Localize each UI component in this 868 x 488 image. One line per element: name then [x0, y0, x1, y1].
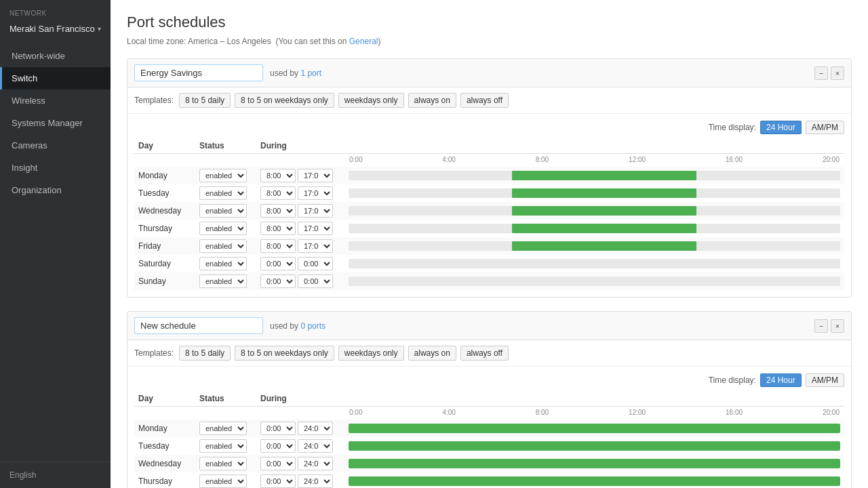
chart-cell — [344, 420, 844, 437]
time-display-row-new-schedule: Time display:24 HourAM/PM — [134, 373, 844, 387]
schedules-container: used by 1 port−×Templates:8 to 5 daily8 … — [127, 58, 852, 488]
sidebar-item-insight[interactable]: Insight — [0, 157, 111, 179]
status-cell: enabled — [195, 184, 256, 202]
from-select[interactable]: 0:00 — [260, 274, 296, 288]
tick-label: 12:00 — [629, 409, 646, 416]
status-select[interactable]: enabled — [199, 274, 247, 288]
template-btn-2[interactable]: weekdays only — [338, 346, 404, 361]
schedule-table-energy-savings: DayStatusDuring0:004:008:0012:0016:0020:… — [134, 138, 844, 290]
to-select[interactable]: 24:00 — [298, 474, 333, 488]
template-btn-1[interactable]: 8 to 5 on weekdays only — [235, 346, 334, 361]
page-title: Port schedules — [127, 14, 852, 31]
template-btn-0[interactable]: 8 to 5 daily — [179, 93, 231, 108]
timeline-bar — [349, 476, 840, 486]
timeline-bar — [512, 224, 696, 233]
status-select[interactable]: enabled — [199, 257, 247, 270]
sidebar-item-systems-manager[interactable]: Systems Manager — [0, 112, 111, 134]
to-select[interactable]: 24:00 — [298, 457, 333, 470]
during-cell: 0:000:00 — [256, 255, 344, 272]
status-select[interactable]: enabled — [199, 439, 247, 453]
day-cell: Monday — [134, 420, 195, 437]
status-select[interactable]: enabled — [199, 222, 247, 235]
schedule-name-input-new-schedule[interactable] — [134, 317, 263, 334]
org-selector[interactable]: Meraki San Francisco ▾ — [0, 20, 111, 42]
time-display-btn-am/pm[interactable]: AM/PM — [806, 373, 844, 387]
from-select[interactable]: 0:00 — [260, 257, 296, 270]
used-by-link-new-schedule[interactable]: 0 ports — [300, 321, 326, 331]
col-header-2: During — [256, 138, 344, 154]
chart-cell — [344, 455, 844, 472]
time-display-btn-24-hour[interactable]: 24 Hour — [760, 373, 802, 387]
sidebar-item-cameras[interactable]: Cameras — [0, 134, 111, 157]
status-select[interactable]: enabled — [199, 186, 247, 200]
timeline-bar-wrapper — [349, 206, 840, 216]
col-header-0: Day — [134, 391, 195, 407]
to-select[interactable]: 17:00 — [298, 186, 333, 200]
language-selector[interactable]: English — [0, 462, 111, 488]
template-btn-1[interactable]: 8 to 5 on weekdays only — [235, 93, 334, 108]
template-btn-3[interactable]: always on — [408, 346, 456, 361]
sidebar-item-organization[interactable]: Organization — [0, 179, 111, 201]
schedule-body-energy-savings: Time display:24 HourAM/PMDayStatusDuring… — [127, 114, 851, 297]
from-select[interactable]: 0:00 — [260, 439, 296, 453]
status-select[interactable]: enabled — [199, 457, 247, 470]
from-select[interactable]: 0:00 — [260, 474, 296, 488]
status-select[interactable]: enabled — [199, 239, 247, 253]
used-by-link-energy-savings[interactable]: 1 port — [300, 68, 321, 78]
time-display-btn-24-hour[interactable]: 24 Hour — [760, 121, 802, 134]
timezone-info: Local time zone: America – Los Angeles (… — [127, 37, 852, 46]
template-btn-0[interactable]: 8 to 5 daily — [179, 346, 231, 361]
during-cell: 8:0017:00 — [256, 237, 344, 255]
to-select[interactable]: 17:00 — [298, 222, 333, 235]
from-select[interactable]: 8:00 — [260, 239, 296, 253]
to-select[interactable]: 0:00 — [298, 274, 333, 288]
timeline-bar-wrapper — [349, 476, 840, 486]
sidebar-item-wireless[interactable]: Wireless — [0, 89, 111, 112]
status-select[interactable]: enabled — [199, 422, 247, 435]
status-select[interactable]: enabled — [199, 204, 247, 218]
to-select[interactable]: 17:00 — [298, 239, 333, 253]
to-select[interactable]: 17:00 — [298, 204, 333, 218]
status-select[interactable]: enabled — [199, 169, 247, 182]
template-btn-4[interactable]: always off — [460, 346, 509, 361]
from-select[interactable]: 8:00 — [260, 204, 296, 218]
sidebar-item-switch[interactable]: Switch — [0, 67, 111, 89]
status-select[interactable]: enabled — [199, 474, 247, 488]
chart-cell — [344, 472, 844, 488]
from-select[interactable]: 8:00 — [260, 186, 296, 200]
day-cell: Wednesday — [134, 202, 195, 220]
from-select[interactable]: 0:00 — [260, 457, 296, 470]
col-header-1: Status — [195, 391, 256, 407]
to-select[interactable]: 17:00 — [298, 169, 333, 182]
general-link[interactable]: General — [349, 37, 378, 46]
status-cell: enabled — [195, 167, 256, 184]
collapse-button-new-schedule[interactable]: − — [814, 319, 828, 333]
during-cell: 8:0017:00 — [256, 167, 344, 184]
tick-label: 16:00 — [726, 156, 743, 163]
collapse-button-energy-savings[interactable]: − — [814, 66, 828, 80]
template-btn-3[interactable]: always on — [408, 93, 456, 108]
day-cell: Saturday — [134, 255, 195, 272]
template-btn-2[interactable]: weekdays only — [338, 93, 404, 108]
sidebar-item-network-wide[interactable]: Network-wide — [0, 45, 111, 67]
to-select[interactable]: 24:00 — [298, 422, 333, 435]
schedule-name-input-energy-savings[interactable] — [134, 64, 263, 81]
tick-label: 0:00 — [349, 409, 362, 416]
from-select[interactable]: 8:00 — [260, 222, 296, 235]
chart-cell — [344, 272, 844, 290]
from-select[interactable]: 8:00 — [260, 169, 296, 182]
template-btn-4[interactable]: always off — [460, 93, 509, 108]
day-cell: Thursday — [134, 472, 195, 488]
close-button-new-schedule[interactable]: × — [831, 319, 844, 333]
from-select[interactable]: 0:00 — [260, 422, 296, 435]
timeline-bar-wrapper — [349, 171, 840, 180]
col-header-3 — [344, 138, 844, 154]
tick-row: 0:004:008:0012:0016:0020:00 — [344, 154, 844, 167]
time-display-btn-am/pm[interactable]: AM/PM — [806, 121, 844, 134]
to-select[interactable]: 24:00 — [298, 439, 333, 453]
table-row: Thursdayenabled0:0024:00 — [134, 472, 844, 488]
timeline-bar-wrapper — [349, 441, 840, 451]
to-select[interactable]: 0:00 — [298, 257, 333, 270]
timeline-bar — [512, 206, 696, 216]
close-button-energy-savings[interactable]: × — [831, 66, 844, 80]
